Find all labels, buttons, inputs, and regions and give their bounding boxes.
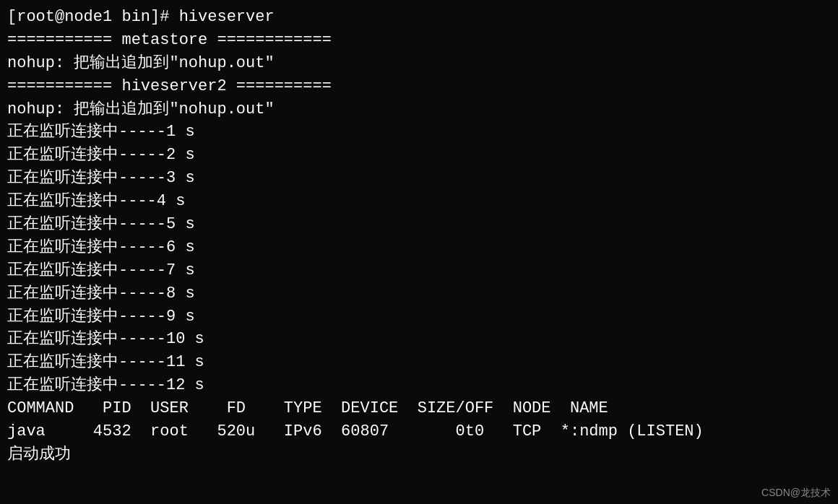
- listen-11: 正在监听连接中-----11 s: [7, 351, 831, 374]
- listen-5: 正在监听连接中-----5 s: [7, 213, 831, 236]
- nohup-line1: nohup: 把输出追加到"nohup.out": [7, 52, 831, 75]
- listen-10: 正在监听连接中-----10 s: [7, 328, 831, 351]
- listen-2: 正在监听连接中-----2 s: [7, 144, 831, 167]
- listen-4: 正在监听连接中----4 s: [7, 190, 831, 213]
- listen-6: 正在监听连接中-----6 s: [7, 236, 831, 259]
- nohup-line2: nohup: 把输出追加到"nohup.out": [7, 98, 831, 121]
- listen-12: 正在监听连接中-----12 s: [7, 374, 831, 397]
- success-message: 启动成功: [7, 443, 831, 466]
- column-header: COMMAND PID USER FD TYPE DEVICE SIZE/OFF…: [7, 397, 831, 420]
- hiveserver2-header: =========== hiveserver2 ==========: [7, 75, 831, 98]
- java-process: java 4532 root 520u IPv6 60807 0t0 TCP *…: [7, 420, 831, 443]
- listen-9: 正在监听连接中-----9 s: [7, 305, 831, 329]
- listen-3: 正在监听连接中-----3 s: [7, 167, 831, 190]
- listen-1: 正在监听连接中-----1 s: [7, 121, 831, 144]
- watermark: CSDN@龙技术: [761, 485, 831, 500]
- metastore-header: =========== metastore ============: [7, 29, 831, 52]
- prompt-line: [root@node1 bin]# hiveserver: [7, 6, 831, 29]
- terminal-window: [root@node1 bin]# hiveserver ===========…: [0, 0, 838, 504]
- listen-7: 正在监听连接中-----7 s: [7, 259, 831, 282]
- listen-8: 正在监听连接中-----8 s: [7, 282, 831, 305]
